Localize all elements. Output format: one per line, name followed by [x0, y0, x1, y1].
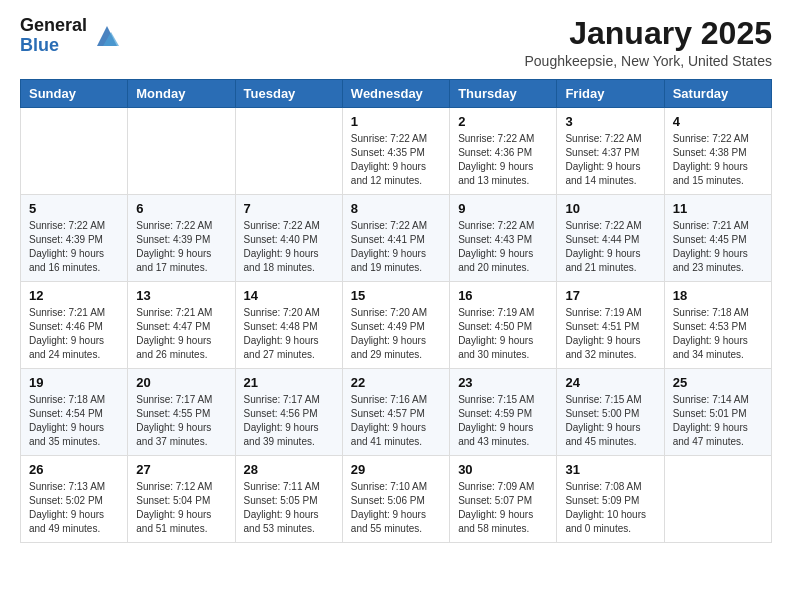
day-number: 12 [29, 288, 119, 303]
calendar-day-cell [664, 456, 771, 543]
day-number: 23 [458, 375, 548, 390]
calendar-day-cell: 24Sunrise: 7:15 AM Sunset: 5:00 PM Dayli… [557, 369, 664, 456]
day-info: Sunrise: 7:20 AM Sunset: 4:48 PM Dayligh… [244, 306, 334, 362]
day-number: 22 [351, 375, 441, 390]
calendar-day-cell: 12Sunrise: 7:21 AM Sunset: 4:46 PM Dayli… [21, 282, 128, 369]
calendar-day-cell: 13Sunrise: 7:21 AM Sunset: 4:47 PM Dayli… [128, 282, 235, 369]
calendar-day-cell: 23Sunrise: 7:15 AM Sunset: 4:59 PM Dayli… [450, 369, 557, 456]
calendar-day-cell: 9Sunrise: 7:22 AM Sunset: 4:43 PM Daylig… [450, 195, 557, 282]
calendar-day-cell: 27Sunrise: 7:12 AM Sunset: 5:04 PM Dayli… [128, 456, 235, 543]
calendar-day-cell: 11Sunrise: 7:21 AM Sunset: 4:45 PM Dayli… [664, 195, 771, 282]
calendar-day-cell: 30Sunrise: 7:09 AM Sunset: 5:07 PM Dayli… [450, 456, 557, 543]
calendar-week-row: 19Sunrise: 7:18 AM Sunset: 4:54 PM Dayli… [21, 369, 772, 456]
day-number: 19 [29, 375, 119, 390]
day-of-week-header: Tuesday [235, 80, 342, 108]
day-info: Sunrise: 7:22 AM Sunset: 4:39 PM Dayligh… [136, 219, 226, 275]
day-info: Sunrise: 7:10 AM Sunset: 5:06 PM Dayligh… [351, 480, 441, 536]
day-number: 6 [136, 201, 226, 216]
day-number: 8 [351, 201, 441, 216]
day-number: 27 [136, 462, 226, 477]
calendar-day-cell: 2Sunrise: 7:22 AM Sunset: 4:36 PM Daylig… [450, 108, 557, 195]
day-info: Sunrise: 7:22 AM Sunset: 4:41 PM Dayligh… [351, 219, 441, 275]
logo-icon [93, 22, 121, 50]
calendar-week-row: 1Sunrise: 7:22 AM Sunset: 4:35 PM Daylig… [21, 108, 772, 195]
day-number: 5 [29, 201, 119, 216]
calendar-day-cell [21, 108, 128, 195]
calendar-day-cell: 18Sunrise: 7:18 AM Sunset: 4:53 PM Dayli… [664, 282, 771, 369]
calendar-day-cell: 14Sunrise: 7:20 AM Sunset: 4:48 PM Dayli… [235, 282, 342, 369]
calendar-day-cell: 25Sunrise: 7:14 AM Sunset: 5:01 PM Dayli… [664, 369, 771, 456]
calendar-day-cell: 5Sunrise: 7:22 AM Sunset: 4:39 PM Daylig… [21, 195, 128, 282]
day-info: Sunrise: 7:22 AM Sunset: 4:37 PM Dayligh… [565, 132, 655, 188]
day-info: Sunrise: 7:21 AM Sunset: 4:47 PM Dayligh… [136, 306, 226, 362]
calendar-day-cell: 8Sunrise: 7:22 AM Sunset: 4:41 PM Daylig… [342, 195, 449, 282]
day-info: Sunrise: 7:22 AM Sunset: 4:36 PM Dayligh… [458, 132, 548, 188]
day-info: Sunrise: 7:21 AM Sunset: 4:46 PM Dayligh… [29, 306, 119, 362]
calendar-day-cell: 16Sunrise: 7:19 AM Sunset: 4:50 PM Dayli… [450, 282, 557, 369]
day-number: 4 [673, 114, 763, 129]
day-of-week-header: Thursday [450, 80, 557, 108]
title-section: January 2025 Poughkeepsie, New York, Uni… [525, 16, 773, 69]
month-title: January 2025 [525, 16, 773, 51]
day-number: 16 [458, 288, 548, 303]
calendar-day-cell: 29Sunrise: 7:10 AM Sunset: 5:06 PM Dayli… [342, 456, 449, 543]
calendar-day-cell: 19Sunrise: 7:18 AM Sunset: 4:54 PM Dayli… [21, 369, 128, 456]
day-info: Sunrise: 7:20 AM Sunset: 4:49 PM Dayligh… [351, 306, 441, 362]
day-info: Sunrise: 7:22 AM Sunset: 4:38 PM Dayligh… [673, 132, 763, 188]
day-info: Sunrise: 7:21 AM Sunset: 4:45 PM Dayligh… [673, 219, 763, 275]
calendar-week-row: 12Sunrise: 7:21 AM Sunset: 4:46 PM Dayli… [21, 282, 772, 369]
day-info: Sunrise: 7:11 AM Sunset: 5:05 PM Dayligh… [244, 480, 334, 536]
logo-blue-text: Blue [20, 36, 87, 56]
day-of-week-header: Wednesday [342, 80, 449, 108]
day-number: 26 [29, 462, 119, 477]
calendar-day-cell: 10Sunrise: 7:22 AM Sunset: 4:44 PM Dayli… [557, 195, 664, 282]
day-info: Sunrise: 7:08 AM Sunset: 5:09 PM Dayligh… [565, 480, 655, 536]
calendar-day-cell [235, 108, 342, 195]
calendar-day-cell: 6Sunrise: 7:22 AM Sunset: 4:39 PM Daylig… [128, 195, 235, 282]
day-number: 28 [244, 462, 334, 477]
calendar-day-cell: 17Sunrise: 7:19 AM Sunset: 4:51 PM Dayli… [557, 282, 664, 369]
calendar-day-cell: 28Sunrise: 7:11 AM Sunset: 5:05 PM Dayli… [235, 456, 342, 543]
day-number: 18 [673, 288, 763, 303]
day-number: 7 [244, 201, 334, 216]
calendar-day-cell: 21Sunrise: 7:17 AM Sunset: 4:56 PM Dayli… [235, 369, 342, 456]
day-info: Sunrise: 7:19 AM Sunset: 4:50 PM Dayligh… [458, 306, 548, 362]
day-info: Sunrise: 7:17 AM Sunset: 4:55 PM Dayligh… [136, 393, 226, 449]
day-number: 1 [351, 114, 441, 129]
day-number: 2 [458, 114, 548, 129]
day-info: Sunrise: 7:17 AM Sunset: 4:56 PM Dayligh… [244, 393, 334, 449]
calendar-table: SundayMondayTuesdayWednesdayThursdayFrid… [20, 79, 772, 543]
day-info: Sunrise: 7:13 AM Sunset: 5:02 PM Dayligh… [29, 480, 119, 536]
day-number: 17 [565, 288, 655, 303]
day-number: 30 [458, 462, 548, 477]
day-info: Sunrise: 7:14 AM Sunset: 5:01 PM Dayligh… [673, 393, 763, 449]
day-number: 29 [351, 462, 441, 477]
day-number: 3 [565, 114, 655, 129]
calendar-day-cell: 1Sunrise: 7:22 AM Sunset: 4:35 PM Daylig… [342, 108, 449, 195]
day-info: Sunrise: 7:22 AM Sunset: 4:44 PM Dayligh… [565, 219, 655, 275]
day-info: Sunrise: 7:22 AM Sunset: 4:43 PM Dayligh… [458, 219, 548, 275]
day-info: Sunrise: 7:22 AM Sunset: 4:39 PM Dayligh… [29, 219, 119, 275]
day-info: Sunrise: 7:18 AM Sunset: 4:53 PM Dayligh… [673, 306, 763, 362]
day-number: 10 [565, 201, 655, 216]
calendar-day-cell: 7Sunrise: 7:22 AM Sunset: 4:40 PM Daylig… [235, 195, 342, 282]
day-info: Sunrise: 7:16 AM Sunset: 4:57 PM Dayligh… [351, 393, 441, 449]
logo: General Blue [20, 16, 121, 56]
day-of-week-header: Monday [128, 80, 235, 108]
day-number: 11 [673, 201, 763, 216]
day-info: Sunrise: 7:22 AM Sunset: 4:35 PM Dayligh… [351, 132, 441, 188]
day-info: Sunrise: 7:19 AM Sunset: 4:51 PM Dayligh… [565, 306, 655, 362]
calendar-day-cell: 20Sunrise: 7:17 AM Sunset: 4:55 PM Dayli… [128, 369, 235, 456]
calendar-day-cell [128, 108, 235, 195]
calendar-day-cell: 15Sunrise: 7:20 AM Sunset: 4:49 PM Dayli… [342, 282, 449, 369]
calendar-day-cell: 26Sunrise: 7:13 AM Sunset: 5:02 PM Dayli… [21, 456, 128, 543]
day-number: 21 [244, 375, 334, 390]
day-of-week-header: Sunday [21, 80, 128, 108]
day-info: Sunrise: 7:15 AM Sunset: 5:00 PM Dayligh… [565, 393, 655, 449]
day-number: 15 [351, 288, 441, 303]
day-number: 13 [136, 288, 226, 303]
day-number: 14 [244, 288, 334, 303]
calendar-day-cell: 22Sunrise: 7:16 AM Sunset: 4:57 PM Dayli… [342, 369, 449, 456]
day-number: 24 [565, 375, 655, 390]
day-info: Sunrise: 7:22 AM Sunset: 4:40 PM Dayligh… [244, 219, 334, 275]
